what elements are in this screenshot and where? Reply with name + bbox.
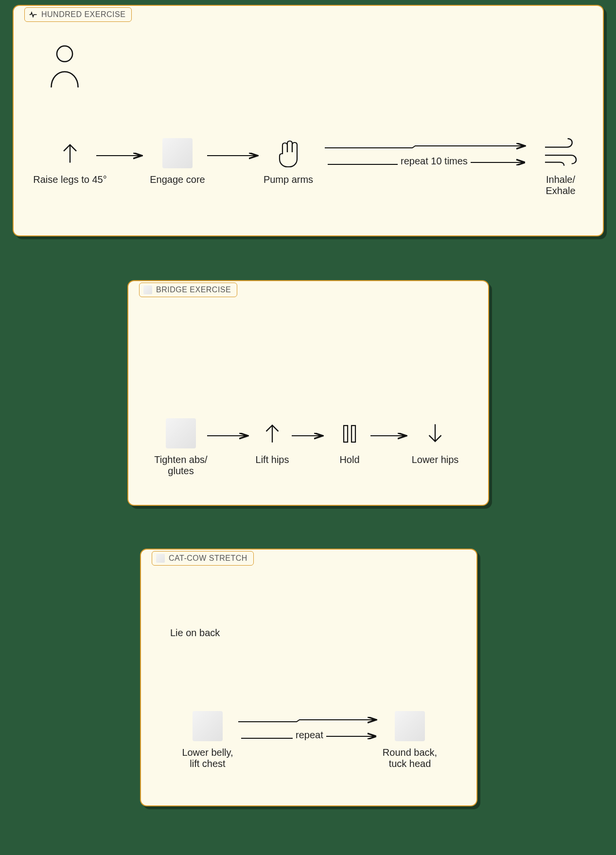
step-label: Lower hips: [399, 454, 472, 465]
svg-rect-6: [352, 426, 355, 442]
card-title: HUNDRED EXERCISE: [24, 7, 132, 22]
step-label: Lower belly, lift chest: [166, 747, 249, 769]
step-tighten-abs: Tighten abs/ glutes: [142, 417, 220, 477]
card-title: CAT-COW STRETCH: [152, 551, 254, 566]
arrow: [207, 431, 251, 443]
arrow: [370, 431, 409, 443]
placeholder-icon: [143, 285, 152, 294]
step-label: Engage core: [141, 174, 214, 185]
step-label: Hold: [323, 454, 376, 465]
step-hold: Hold: [323, 417, 376, 465]
pulse-icon: [29, 10, 37, 19]
bidirectional-arrow: repeat: [238, 715, 379, 746]
card-title-text: BRIDGE EXERCISE: [156, 285, 231, 294]
card-bridge-exercise: BRIDGE EXERCISE Tighten abs/ glutes Lift…: [127, 280, 489, 506]
note-text: Lie on back: [170, 627, 220, 639]
step-label: Inhale/ Exhale: [529, 174, 592, 196]
step-label: Tighten abs/ glutes: [142, 454, 220, 477]
step-lower-belly: Lower belly, lift chest: [166, 710, 249, 769]
step-engage-core: Engage core: [141, 137, 214, 185]
step-label: Pump arms: [252, 174, 325, 185]
person-icon: [48, 44, 82, 90]
bidirectional-arrow: repeat 10 times: [325, 141, 529, 172]
card-hundred-exercise: HUNDRED EXERCISE Raise legs to 45° E: [13, 5, 604, 236]
repeat-label: repeat 10 times: [398, 156, 471, 167]
placeholder-icon: [395, 711, 425, 741]
arrow-up-icon: [260, 421, 284, 445]
wind-icon: [543, 138, 579, 168]
step-lower-hips: Lower hips: [399, 417, 472, 465]
step-label: Lift hips: [243, 454, 301, 465]
placeholder-icon: [162, 138, 193, 168]
repeat-label: repeat: [293, 730, 326, 741]
card-title-text: HUNDRED EXERCISE: [41, 10, 125, 19]
svg-rect-5: [344, 426, 348, 442]
svg-point-0: [57, 46, 72, 62]
placeholder-icon: [156, 554, 165, 563]
placeholder-icon: [166, 418, 196, 448]
step-inhale-exhale: Inhale/ Exhale: [529, 137, 592, 196]
step-label: Round back, tuck head: [369, 747, 451, 769]
arrow: [292, 431, 326, 443]
step-pump-arms: Pump arms: [252, 137, 325, 185]
step-label: Raise legs to 45°: [31, 174, 109, 185]
arrow-up-icon: [57, 141, 83, 166]
hand-icon: [273, 138, 304, 169]
card-title: BRIDGE EXERCISE: [139, 283, 237, 297]
arrow: [96, 151, 145, 162]
card-title-text: CAT-COW STRETCH: [169, 554, 247, 563]
arrow-down-icon: [423, 421, 447, 445]
placeholder-icon: [193, 711, 223, 741]
step-round-back: Round back, tuck head: [369, 710, 451, 769]
arrow: [207, 151, 261, 162]
pause-icon: [338, 422, 361, 445]
card-cat-cow-stretch: CAT-COW STRETCH Lie on back Lower belly,…: [140, 549, 477, 806]
